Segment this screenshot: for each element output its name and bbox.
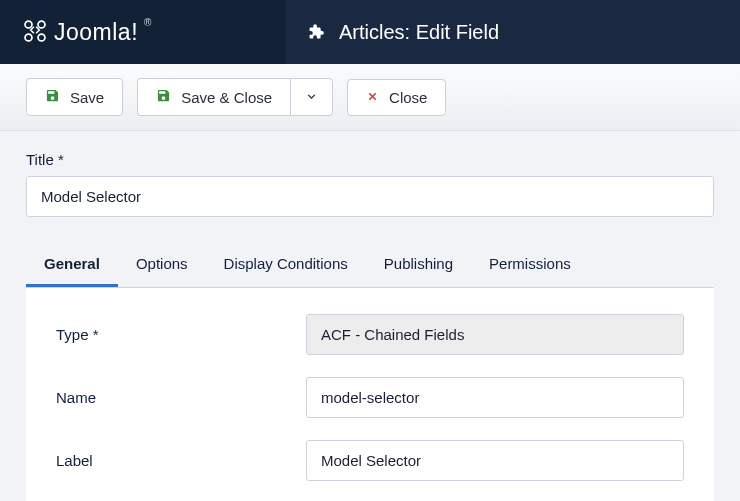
logo-text: Joomla! (54, 19, 138, 46)
topbar: Joomla! ® Articles: Edit Field (0, 0, 740, 64)
page-title: Articles: Edit Field (339, 21, 499, 44)
save-button[interactable]: Save (26, 78, 123, 116)
save-close-group: Save & Close (137, 78, 333, 116)
close-icon (366, 89, 379, 106)
tab-general[interactable]: General (26, 245, 118, 287)
row-name: Name (56, 377, 684, 418)
svg-point-0 (25, 21, 32, 28)
tab-permissions[interactable]: Permissions (471, 245, 589, 287)
registered-mark: ® (144, 17, 151, 28)
joomla-logo-icon (22, 18, 48, 47)
logo-section: Joomla! ® (0, 0, 285, 64)
type-select[interactable]: ACF - Chained Fields (306, 314, 684, 355)
row-type: Type * ACF - Chained Fields (56, 314, 684, 355)
title-input[interactable] (26, 176, 714, 217)
label-input[interactable] (306, 440, 684, 481)
save-dropdown-toggle[interactable] (290, 78, 333, 116)
save-icon (45, 88, 60, 106)
save-close-label: Save & Close (181, 89, 272, 106)
tab-publishing[interactable]: Publishing (366, 245, 471, 287)
puzzle-piece-icon (305, 21, 327, 43)
chevron-down-icon (305, 89, 318, 106)
name-label: Name (56, 389, 306, 406)
svg-point-1 (38, 21, 45, 28)
content: Title * General Options Display Conditio… (0, 131, 740, 501)
label-label: Label (56, 452, 306, 469)
general-panel: Type * ACF - Chained Fields Name Label (26, 288, 714, 501)
save-close-button[interactable]: Save & Close (137, 78, 290, 116)
joomla-logo[interactable]: Joomla! ® (22, 18, 151, 47)
title-label: Title * (26, 151, 714, 168)
row-label: Label (56, 440, 684, 481)
name-input[interactable] (306, 377, 684, 418)
toolbar: Save Save & Close Close (0, 64, 740, 131)
save-label: Save (70, 89, 104, 106)
close-label: Close (389, 89, 427, 106)
svg-point-2 (25, 34, 32, 41)
save-icon (156, 88, 171, 106)
tab-display-conditions[interactable]: Display Conditions (206, 245, 366, 287)
tabs: General Options Display Conditions Publi… (26, 245, 714, 288)
tab-options[interactable]: Options (118, 245, 206, 287)
close-button[interactable]: Close (347, 79, 446, 116)
type-label: Type * (56, 326, 306, 343)
svg-point-3 (38, 34, 45, 41)
title-section: Articles: Edit Field (285, 0, 740, 64)
